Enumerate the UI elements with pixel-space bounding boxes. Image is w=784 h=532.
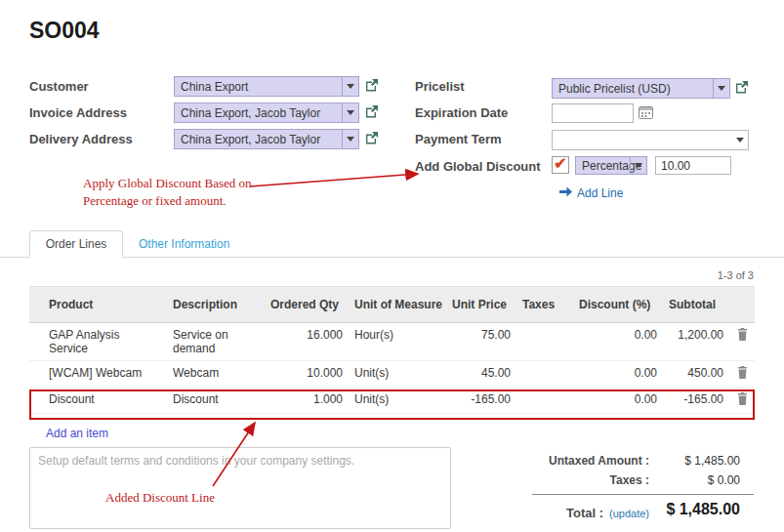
trash-icon (737, 394, 748, 408)
cell-taxes[interactable] (516, 361, 573, 388)
add-line-button[interactable]: Add Line (559, 186, 623, 200)
pager[interactable]: 1-3 of 3 (718, 269, 754, 281)
invoice-address-external-link-icon[interactable] (365, 104, 379, 118)
untaxed-amount-value: $ 1,485.00 (649, 454, 740, 468)
cell-qty[interactable]: 1.000 (265, 388, 349, 414)
global-discount-checkbox[interactable]: ✔ (552, 156, 569, 174)
cell-qty[interactable]: 10.000 (265, 361, 349, 388)
cell-subtotal: 450.00 (663, 361, 729, 388)
trash-icon (737, 368, 748, 382)
calendar-icon[interactable] (639, 105, 654, 119)
cell-discount[interactable]: 0.00 (573, 388, 663, 414)
cell-product[interactable]: GAP Analysis Service (43, 323, 167, 361)
col-discount[interactable]: Discount (%) (573, 287, 663, 323)
invoice-address-select[interactable]: China Export, Jacob Taylor (174, 102, 359, 123)
payment-term-label: Payment Term (415, 132, 502, 146)
cell-unit-price[interactable]: 75.00 (446, 323, 516, 361)
delete-row-button[interactable] (729, 361, 755, 388)
table-header-row: Product Description Ordered Qty Unit of … (29, 287, 755, 323)
tab-other-information[interactable]: Other Information (139, 237, 229, 251)
pricelist-label: Pricelist (415, 79, 465, 94)
col-product[interactable]: Product (43, 287, 167, 323)
global-discount-label: Add Global Discount (415, 159, 541, 174)
cell-taxes[interactable] (516, 323, 573, 361)
untaxed-amount-label: Untaxed Amount : (469, 454, 649, 468)
customer-label: Customer (29, 79, 89, 94)
delivery-address-label: Delivery Address (29, 132, 133, 146)
sale-order-form: SO004 Customer China Export Invoice Addr… (0, 0, 784, 532)
customer-external-link-icon[interactable] (365, 78, 379, 92)
arrow-right-icon (559, 186, 572, 200)
taxes-value: $ 0.00 (649, 473, 740, 487)
delete-row-button[interactable] (729, 388, 755, 414)
pricelist-value: Public Pricelist (USD) (558, 82, 671, 96)
cell-qty[interactable]: 16.000 (265, 323, 349, 361)
chevron-down-icon[interactable] (713, 79, 729, 98)
cell-product[interactable]: [WCAM] Webcam (43, 361, 167, 388)
col-subtotal[interactable]: Subtotal (663, 287, 729, 323)
invoice-address-label: Invoice Address (29, 105, 127, 120)
pricelist-external-link-icon[interactable] (735, 80, 749, 94)
cell-discount[interactable]: 0.00 (573, 361, 663, 388)
cell-subtotal: -165.00 (663, 388, 729, 414)
col-actions (729, 287, 755, 323)
cell-subtotal: 1,200.00 (663, 323, 729, 361)
cell-description[interactable]: Discount (167, 388, 265, 414)
cell-product[interactable]: Discount (43, 388, 167, 414)
annotation-added-discount-line: Added Discount Line (105, 489, 215, 507)
header-gutter (29, 287, 43, 323)
col-ordered-qty[interactable]: Ordered Qty (265, 287, 349, 323)
page-title: SO004 (29, 18, 100, 44)
cell-unit-price[interactable]: 45.00 (446, 361, 516, 388)
expiration-date-input[interactable] (552, 103, 634, 123)
col-unit-price[interactable]: Unit Price (446, 287, 516, 323)
check-icon: ✔ (554, 156, 566, 172)
cell-uom[interactable]: Unit(s) (349, 361, 446, 388)
cell-taxes[interactable] (516, 388, 573, 414)
total-value: $ 1,485.00 (615, 501, 740, 518)
cell-uom[interactable]: Hour(s) (349, 323, 446, 361)
add-an-item-link[interactable]: Add an item (46, 427, 108, 440)
delete-row-button[interactable] (729, 323, 755, 361)
expiration-date-label: Expiration Date (415, 105, 508, 120)
invoice-address-value: China Export, Jacob Taylor (181, 106, 320, 120)
chevron-down-icon[interactable] (342, 77, 358, 96)
chevron-down-icon[interactable] (630, 157, 646, 174)
order-lines-table: Product Description Ordered Qty Unit of … (29, 286, 755, 414)
add-line-label: Add Line (577, 186, 623, 200)
chevron-down-icon[interactable] (342, 130, 358, 148)
customer-value: China Export (181, 80, 248, 94)
cell-uom[interactable]: Unit(s) (349, 388, 446, 414)
table-row[interactable]: [WCAM] Webcam Webcam 10.000 Unit(s) 45.0… (29, 361, 755, 388)
total-label: Total : (527, 506, 603, 520)
cell-description[interactable]: Service on demand (167, 323, 265, 361)
col-unit-of-measure[interactable]: Unit of Measure (349, 287, 446, 323)
delivery-address-select[interactable]: China Export, Jacob Taylor (174, 129, 359, 149)
cell-discount[interactable]: 0.00 (573, 323, 663, 361)
discount-amount-input[interactable]: 10.00 (655, 156, 731, 175)
delivery-address-value: China Export, Jacob Taylor (181, 133, 320, 146)
trash-icon (737, 330, 748, 344)
delivery-address-external-link-icon[interactable] (365, 131, 379, 144)
discount-type-select[interactable]: Percentage (575, 156, 647, 175)
pricelist-select[interactable]: Public Pricelist (USD) (552, 78, 730, 99)
terms-textarea[interactable]: Setup default terms and conditions in yo… (29, 447, 451, 529)
discount-amount-value: 10.00 (661, 159, 690, 173)
customer-select[interactable]: China Export (174, 76, 359, 97)
col-description[interactable]: Description (167, 287, 265, 323)
cell-unit-price[interactable]: -165.00 (446, 388, 516, 414)
annotation-global-discount: Apply Global Discount Based on Percentag… (83, 175, 296, 209)
payment-term-select[interactable] (552, 130, 749, 150)
taxes-label: Taxes : (469, 473, 649, 487)
table-row-discount[interactable]: Discount Discount 1.000 Unit(s) -165.00 … (29, 388, 755, 414)
col-taxes[interactable]: Taxes (516, 287, 573, 323)
tab-order-lines[interactable]: Order Lines (29, 230, 123, 258)
chevron-down-icon[interactable] (731, 131, 748, 149)
chevron-down-icon[interactable] (342, 103, 358, 122)
totals-divider (532, 494, 754, 495)
cell-description[interactable]: Webcam (167, 361, 265, 388)
table-row[interactable]: GAP Analysis Service Service on demand 1… (29, 323, 755, 361)
